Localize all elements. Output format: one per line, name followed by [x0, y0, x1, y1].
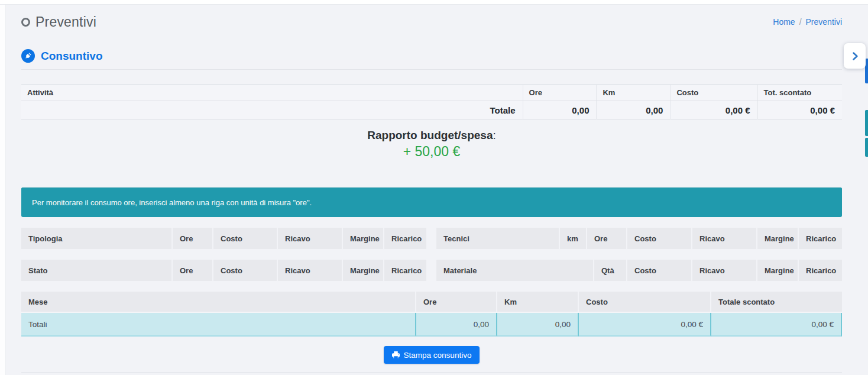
top-bar [0, 0, 868, 5]
budget-ratio-label: Rapporto budget/spesa: [21, 129, 842, 142]
edge-tab-teal-2[interactable] [865, 138, 868, 157]
materiale-col-ricavo: Ricavo [692, 260, 757, 281]
tipologia-table: Tipologia Ore Costo Ricavo Margine Ricar… [21, 228, 426, 249]
materiale-col-qta: Qtà [594, 260, 627, 281]
month-totals-totale-scontato: 0,00 € [711, 313, 842, 337]
stato-col-ricavo: Ricavo [278, 260, 343, 281]
summary-col-tot-scontato: Tot. scontato [757, 85, 842, 101]
summary-total-tot-scontato: 0,00 € [757, 101, 842, 119]
breadcrumb-separator: / [799, 17, 802, 27]
summary-col-attivita: Attività [21, 85, 523, 101]
main-content: Preventivi Home / Preventivi Con [21, 0, 842, 373]
stato-col-stato: Stato [21, 260, 173, 281]
tipologia-col-ore: Ore [173, 228, 213, 249]
consuntivo-section-header: Consuntivo [21, 49, 842, 70]
month-totals-ore: 0,00 [416, 313, 497, 337]
summary-col-km: Km [597, 85, 671, 101]
stato-table: Stato Ore Costo Ricavo Margine Ricarico [21, 260, 426, 281]
summary-total-label: Totale [21, 101, 523, 119]
page-title: Preventivi [35, 14, 96, 30]
tecnici-table: Tecnici km Ore Costo Ricavo Margine Rica… [436, 228, 842, 249]
breakdown-grid: Tipologia Ore Costo Ricavo Margine Ricar… [21, 228, 842, 281]
month-col-totale-scontato: Totale scontato [711, 292, 842, 313]
tecnici-col-margine: Margine [757, 228, 799, 249]
month-col-costo: Costo [579, 292, 711, 313]
month-col-mese: Mese [21, 292, 416, 313]
summary-col-ore: Ore [523, 85, 597, 101]
tecnici-col-ricarico: Ricarico [799, 228, 842, 249]
budget-ratio: Rapporto budget/spesa: + 50,00 € [21, 129, 842, 160]
printer-icon [392, 351, 400, 359]
summary-total-km: 0,00 [597, 101, 671, 119]
page-header: Preventivi Home / Preventivi [21, 13, 842, 31]
print-consuntivo-button[interactable]: Stampa consuntivo [384, 346, 480, 364]
materiale-table: Materiale Qtà Costo Ricavo Margine Ricar… [436, 260, 842, 281]
edge-tab-teal-1[interactable] [865, 110, 868, 136]
tipologia-col-ricarico: Ricarico [384, 228, 426, 249]
circle-outline-icon [21, 18, 30, 27]
month-col-ore: Ore [416, 292, 497, 313]
month-table: Mese Ore Km Costo Totale scontato Totali… [21, 292, 842, 337]
month-totals-label: Totali [21, 313, 416, 337]
tecnici-col-tecnici: Tecnici [436, 228, 560, 249]
tecnici-col-km: km [560, 228, 587, 249]
tipologia-col-margine: Margine [343, 228, 384, 249]
actions-bar: Stampa consuntivo [21, 346, 842, 364]
expand-panel-button[interactable] [844, 43, 866, 69]
page-title-wrap: Preventivi [21, 14, 96, 30]
month-header-row: Mese Ore Km Costo Totale scontato [21, 292, 842, 313]
month-totals-km: 0,00 [497, 313, 579, 337]
tipologia-col-costo: Costo [213, 228, 278, 249]
materiale-col-ricarico: Ricarico [799, 260, 842, 281]
breadcrumb-current-link[interactable]: Preventivi [806, 17, 842, 27]
summary-col-costo: Costo [671, 85, 757, 101]
breadcrumb: Home / Preventivi [773, 17, 842, 27]
bottom-divider [21, 372, 842, 373]
section-title: Consuntivo [41, 50, 103, 63]
stato-col-margine: Margine [343, 260, 384, 281]
breadcrumb-home-link[interactable]: Home [773, 17, 795, 27]
budget-ratio-value: + 50,00 € [21, 144, 842, 160]
tecnici-col-ricavo: Ricavo [692, 228, 757, 249]
month-totals-row: Totali 0,00 0,00 0,00 € 0,00 € [21, 313, 842, 337]
left-edge [0, 0, 6, 375]
materiale-col-margine: Margine [757, 260, 799, 281]
summary-header-row: Attività Ore Km Costo Tot. scontato [21, 85, 842, 101]
stato-col-costo: Costo [213, 260, 278, 281]
month-totals-costo: 0,00 € [579, 313, 711, 337]
summary-total-row: Totale 0,00 0,00 0,00 € 0,00 € [21, 101, 842, 119]
tipologia-col-ricavo: Ricavo [278, 228, 343, 249]
info-banner: Per monitorare il consumo ore, inserisci… [21, 188, 842, 217]
stato-col-ricarico: Ricarico [384, 260, 426, 281]
budget-ratio-colon: : [493, 129, 495, 141]
plug-icon [21, 49, 35, 63]
stato-col-ore: Ore [173, 260, 213, 281]
tecnici-col-costo: Costo [627, 228, 692, 249]
tipologia-col-tipologia: Tipologia [21, 228, 173, 249]
consuntivo-summary-table: Attività Ore Km Costo Tot. scontato Tota… [21, 84, 842, 119]
summary-total-costo: 0,00 € [671, 101, 757, 119]
budget-ratio-label-text: Rapporto budget/spesa [367, 129, 493, 141]
materiale-col-materiale: Materiale [436, 260, 594, 281]
tecnici-col-ore: Ore [587, 228, 627, 249]
month-col-km: Km [497, 292, 579, 313]
info-banner-text: Per monitorare il consumo ore, inserisci… [32, 198, 312, 207]
chevron-right-icon [849, 50, 861, 62]
app-window: Preventivi Home / Preventivi Con [0, 0, 868, 375]
print-button-label: Stampa consuntivo [404, 351, 472, 360]
summary-total-ore: 0,00 [523, 101, 597, 119]
materiale-col-costo: Costo [627, 260, 692, 281]
